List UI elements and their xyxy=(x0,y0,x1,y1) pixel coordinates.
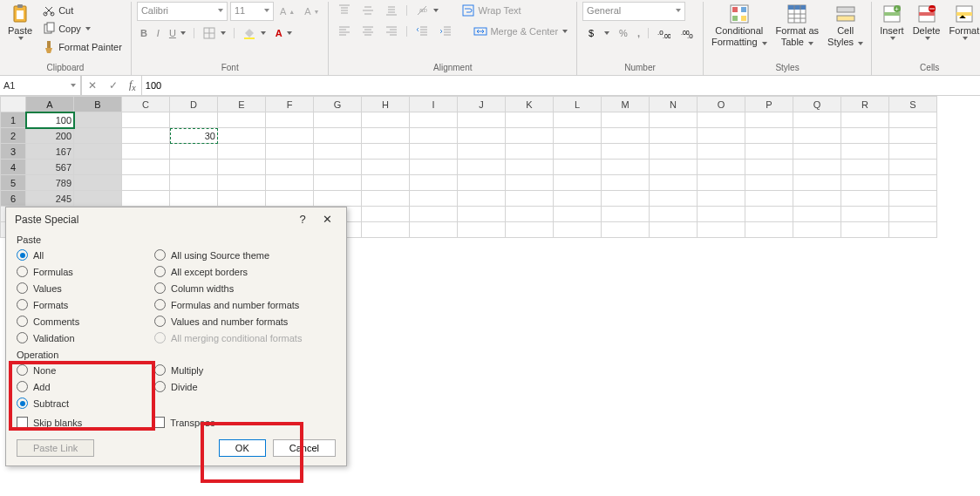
cell[interactable] xyxy=(793,175,841,191)
dialog-close-button[interactable]: ✕ xyxy=(315,213,339,226)
column-header[interactable]: N xyxy=(650,97,698,112)
decrease-font-button[interactable]: A▼ xyxy=(301,4,323,18)
cell[interactable] xyxy=(74,112,122,128)
cell[interactable] xyxy=(218,144,266,160)
fx-button[interactable]: fx xyxy=(124,78,141,92)
paste-formats-radio[interactable]: Formats xyxy=(17,299,130,310)
cell[interactable] xyxy=(841,191,889,207)
cell[interactable] xyxy=(506,175,554,191)
orientation-button[interactable]: ab xyxy=(412,2,442,19)
cell[interactable] xyxy=(602,191,650,207)
cell[interactable] xyxy=(314,144,362,160)
cell[interactable] xyxy=(650,112,698,128)
cell[interactable] xyxy=(266,144,314,160)
cell[interactable] xyxy=(793,191,841,207)
cell[interactable] xyxy=(602,207,650,222)
cell[interactable] xyxy=(745,144,793,160)
name-box[interactable]: A1 xyxy=(0,76,81,95)
cell[interactable] xyxy=(410,128,458,144)
cell[interactable] xyxy=(362,222,410,238)
cell[interactable] xyxy=(362,160,410,175)
cell[interactable] xyxy=(889,175,937,191)
cell[interactable] xyxy=(793,112,841,128)
column-header[interactable]: K xyxy=(506,97,554,112)
cell[interactable] xyxy=(74,160,122,175)
cell[interactable] xyxy=(650,207,698,222)
increase-font-button[interactable]: A▲ xyxy=(276,4,298,18)
cell[interactable] xyxy=(122,128,170,144)
cell[interactable] xyxy=(889,144,937,160)
cell[interactable] xyxy=(554,144,602,160)
conditional-formatting-button[interactable]: Conditional Formatting xyxy=(709,2,770,49)
cell[interactable] xyxy=(506,160,554,175)
op-subtract-radio[interactable]: Subtract xyxy=(17,397,130,409)
column-header[interactable]: L xyxy=(554,97,602,112)
cell[interactable] xyxy=(122,112,170,128)
cell[interactable]: 30 xyxy=(170,128,218,144)
column-header[interactable]: H xyxy=(362,97,410,112)
cell[interactable] xyxy=(889,112,937,128)
cell[interactable] xyxy=(218,175,266,191)
paste-validation-radio[interactable]: Validation xyxy=(17,332,130,343)
cell[interactable] xyxy=(602,175,650,191)
copy-button[interactable]: Copy xyxy=(38,20,126,37)
cell[interactable] xyxy=(410,222,458,238)
cell[interactable] xyxy=(74,191,122,207)
delete-cells-button[interactable]: Delete xyxy=(910,2,943,42)
cell[interactable] xyxy=(698,175,745,191)
cell[interactable] xyxy=(841,207,889,222)
align-middle-button[interactable] xyxy=(357,2,378,19)
cell[interactable] xyxy=(554,222,602,238)
ok-button[interactable]: OK xyxy=(219,439,266,457)
cell[interactable] xyxy=(889,191,937,207)
cell[interactable] xyxy=(362,144,410,160)
row-header[interactable]: 3 xyxy=(1,144,26,160)
cell[interactable] xyxy=(698,191,745,207)
cell[interactable] xyxy=(698,128,745,144)
format-painter-button[interactable]: Format Painter xyxy=(38,38,126,56)
cell[interactable] xyxy=(410,207,458,222)
font-color-button[interactable]: A xyxy=(272,26,296,40)
cell[interactable] xyxy=(889,160,937,175)
cell[interactable] xyxy=(554,112,602,128)
cell[interactable] xyxy=(554,160,602,175)
decrease-decimal-button[interactable]: .00.0 xyxy=(677,24,698,42)
cell[interactable] xyxy=(650,128,698,144)
insert-cells-button[interactable]: + Insert xyxy=(877,2,907,42)
cell[interactable] xyxy=(266,112,314,128)
column-header[interactable]: M xyxy=(602,97,650,112)
column-header[interactable]: B xyxy=(74,97,122,112)
column-header[interactable]: G xyxy=(314,97,362,112)
paste-values_num-radio[interactable]: Values and number formats xyxy=(154,316,302,327)
cell[interactable] xyxy=(122,191,170,207)
cancel-button[interactable]: Cancel xyxy=(273,439,336,457)
cell[interactable] xyxy=(170,175,218,191)
cell[interactable] xyxy=(170,191,218,207)
italic-button[interactable]: I xyxy=(153,26,163,40)
cell[interactable] xyxy=(698,160,745,175)
cell[interactable] xyxy=(745,112,793,128)
cell[interactable] xyxy=(793,222,841,238)
cell[interactable] xyxy=(745,222,793,238)
cell[interactable] xyxy=(650,144,698,160)
align-left-button[interactable] xyxy=(334,23,355,40)
cut-button[interactable]: Cut xyxy=(38,2,126,19)
format-as-table-button[interactable]: Format as Table xyxy=(773,2,822,49)
cell[interactable] xyxy=(650,175,698,191)
paste-button[interactable]: Paste xyxy=(5,2,35,42)
cell[interactable] xyxy=(554,207,602,222)
cell[interactable] xyxy=(74,175,122,191)
op-none-radio[interactable]: None xyxy=(17,364,130,376)
cell[interactable] xyxy=(74,128,122,144)
row-header[interactable]: 6 xyxy=(1,191,26,207)
cell[interactable] xyxy=(506,128,554,144)
increase-decimal-button[interactable]: .0.00 xyxy=(653,24,674,42)
font-size-combo[interactable]: 11 xyxy=(230,2,274,21)
cell[interactable] xyxy=(362,191,410,207)
cell[interactable] xyxy=(889,207,937,222)
align-top-button[interactable] xyxy=(334,2,355,19)
paste-comments-radio[interactable]: Comments xyxy=(17,316,130,327)
cell[interactable] xyxy=(889,222,937,238)
cell[interactable] xyxy=(122,175,170,191)
cell[interactable] xyxy=(266,128,314,144)
